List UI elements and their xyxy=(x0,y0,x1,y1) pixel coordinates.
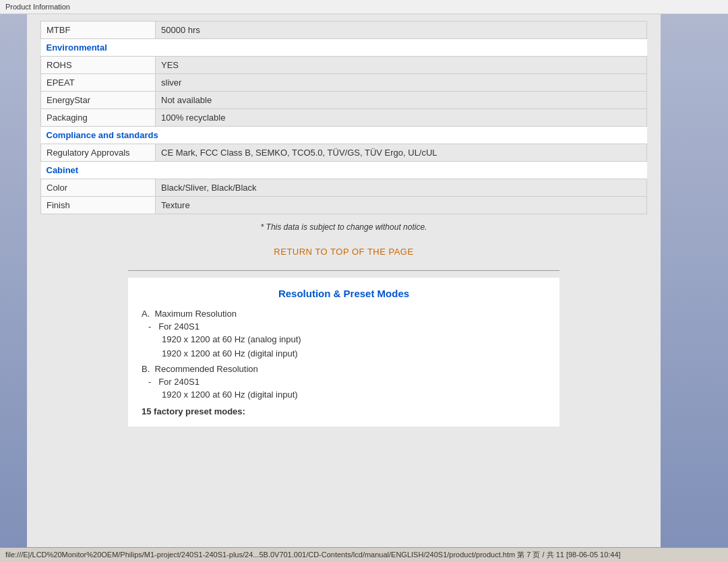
res-b-dash: - For 240S1 xyxy=(148,377,546,387)
cell-value: sliver xyxy=(156,74,647,92)
table-row: ROHS YES xyxy=(41,57,647,74)
res-b-value1: 1920 x 1200 at 60 Hz (digital input) xyxy=(162,389,546,400)
page-wrapper: Product Information MTBF 50000 hrs Envir… xyxy=(0,0,728,562)
cell-label: EPEAT xyxy=(41,74,156,92)
cell-label: MTBF xyxy=(41,22,156,39)
top-bar-title: Product Information xyxy=(5,3,70,11)
resolution-b: B. Recommended Resolution - For 240S1 19… xyxy=(142,364,546,400)
cell-label: Finish xyxy=(41,197,156,214)
section-divider xyxy=(128,270,559,271)
res-a-label: A. Maximum Resolution xyxy=(142,309,546,319)
content-area: MTBF 50000 hrs Environmental ROHS YES EP… xyxy=(27,14,661,547)
left-sidebar xyxy=(0,14,27,547)
table-row: Finish Texture xyxy=(41,197,647,214)
section-compliance-label: Compliance and standards xyxy=(47,130,158,140)
res-a-value2: 1920 x 1200 at 60 Hz (digital input) xyxy=(162,348,546,358)
cell-value: 50000 hrs xyxy=(156,22,647,39)
status-bar: file:///E|/LCD%20Monitor%20OEM/Philips/M… xyxy=(0,547,728,562)
cell-label: ROHS xyxy=(41,57,156,74)
resolution-section: Resolution & Preset Modes A. Maximum Res… xyxy=(128,278,559,427)
cell-label: EnergyStar xyxy=(41,92,156,109)
cell-label: Regulatory Approvals xyxy=(41,144,156,162)
res-b-label: B. Recommended Resolution xyxy=(142,364,546,374)
res-a-text: Maximum Resolution xyxy=(155,309,237,319)
table-row: EPEAT sliver xyxy=(41,74,647,92)
cell-value: 100% recyclable xyxy=(156,109,647,127)
table-row: Color Black/Sliver, Black/Black xyxy=(41,179,647,197)
cell-value: Not available xyxy=(156,92,647,109)
res-a-dash: - For 240S1 xyxy=(148,321,546,332)
table-row: Regulatory Approvals CE Mark, FCC Class … xyxy=(41,144,647,162)
cell-label: Packaging xyxy=(41,109,156,127)
cell-value: CE Mark, FCC Class B, SEMKO, TCO5.0, TÜV… xyxy=(156,144,647,162)
cell-value: Black/Sliver, Black/Black xyxy=(156,179,647,197)
res-b-letter: B. xyxy=(142,364,150,374)
main-area: MTBF 50000 hrs Environmental ROHS YES EP… xyxy=(0,14,728,547)
res-a-letter: A. xyxy=(142,309,150,319)
table-row: EnergyStar Not available xyxy=(41,92,647,109)
res-a-value1: 1920 x 1200 at 60 Hz (analog input) xyxy=(162,334,546,344)
return-to-top-link[interactable]: RETURN TO TOP OF THE PAGE xyxy=(274,247,413,257)
section-compliance: Compliance and standards xyxy=(41,127,647,144)
top-bar: Product Information xyxy=(0,0,728,14)
section-environmental: Environmental xyxy=(41,39,647,57)
section-cabinet-label: Cabinet xyxy=(47,165,79,175)
status-bar-text: file:///E|/LCD%20Monitor%20OEM/Philips/M… xyxy=(5,551,621,559)
resolution-title: Resolution & Preset Modes xyxy=(142,288,546,299)
section-cabinet: Cabinet xyxy=(41,162,647,179)
cell-value: YES xyxy=(156,57,647,74)
table-row: MTBF 50000 hrs xyxy=(41,22,647,39)
section-environmental-label: Environmental xyxy=(47,42,107,53)
notice-text: * This data is subject to change without… xyxy=(261,222,427,232)
right-sidebar xyxy=(661,14,728,547)
content-container: MTBF 50000 hrs Environmental ROHS YES EP… xyxy=(40,21,647,427)
res-b-text: Recommended Resolution xyxy=(155,364,258,374)
spec-table: MTBF 50000 hrs Environmental ROHS YES EP… xyxy=(40,21,647,214)
cell-label: Color xyxy=(41,179,156,197)
resolution-a: A. Maximum Resolution - For 240S1 1920 x… xyxy=(142,309,546,358)
table-row: Packaging 100% recyclable xyxy=(41,109,647,127)
factory-preset-label: 15 factory preset modes: xyxy=(142,406,546,416)
cell-value: Texture xyxy=(156,197,647,214)
